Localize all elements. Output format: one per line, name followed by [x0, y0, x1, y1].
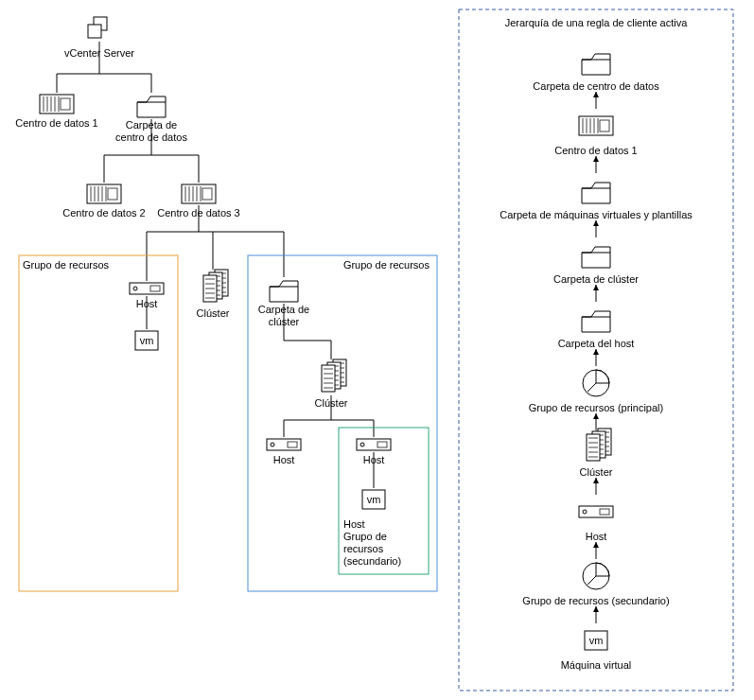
vcenter-icon	[88, 17, 107, 38]
svg-text:Centro de datos 1: Centro de datos 1	[554, 145, 637, 156]
svg-text:Carpeta de clúster: Carpeta de clúster	[553, 273, 639, 285]
folder-icon	[582, 183, 610, 203]
folder-icon	[270, 281, 298, 302]
svg-text:Grupo de: Grupo de	[343, 531, 387, 542]
svg-rect-154	[579, 506, 613, 517]
svg-text:Host: Host	[273, 454, 295, 465]
svg-text:Máquina virtual: Máquina virtual	[561, 659, 632, 671]
svg-text:Host: Host	[343, 518, 365, 530]
svg-text:Grupo de recursos: Grupo de recursos	[343, 259, 430, 271]
vm-icon: vm	[362, 490, 385, 509]
svg-rect-43	[130, 283, 164, 294]
vm-icon: vm	[585, 631, 607, 650]
datacenter-icon	[87, 184, 121, 203]
svg-text:Carpeta del host: Carpeta del host	[558, 338, 635, 349]
svg-text:Clúster: Clúster	[197, 307, 230, 319]
datacenter-icon	[182, 184, 216, 203]
svg-text:Jerarquía de una regla de clie: Jerarquía de una regla de cliente activa	[505, 17, 689, 28]
resource-pool-icon	[583, 370, 609, 396]
svg-text:Carpeta de máquinas virtuales : Carpeta de máquinas virtuales y plantill…	[500, 209, 693, 220]
svg-text:vm: vm	[589, 635, 604, 646]
vm-icon: vm	[135, 331, 158, 350]
cluster-icon	[322, 359, 346, 392]
svg-text:Grupo de recursos: Grupo de recursos	[23, 259, 110, 271]
svg-rect-22	[87, 184, 121, 203]
svg-rect-102	[357, 439, 391, 450]
host-icon	[267, 439, 301, 450]
host-icon	[357, 439, 391, 450]
cluster-icon	[203, 270, 228, 302]
svg-text:vm: vm	[367, 494, 381, 505]
folder-icon	[582, 247, 610, 268]
svg-text:(secundario): (secundario)	[343, 555, 401, 567]
folder-icon	[137, 96, 166, 117]
svg-text:Centro de datos 2: Centro de datos 2	[62, 207, 145, 219]
svg-text:vm: vm	[140, 335, 154, 346]
folder-icon	[582, 54, 610, 75]
datacenter-icon	[579, 116, 613, 135]
svg-text:Grupo de recursos (principal): Grupo de recursos (principal)	[529, 402, 663, 413]
svg-rect-98	[267, 439, 301, 450]
svg-text:recursos: recursos	[343, 543, 384, 554]
svg-rect-1	[88, 25, 101, 38]
svg-rect-118	[579, 116, 613, 135]
svg-text:Grupo de recursos (secundario): Grupo de recursos (secundario)	[522, 595, 669, 606]
host-icon	[130, 283, 164, 294]
resource-pool-icon	[583, 563, 609, 589]
folder-icon	[582, 311, 610, 332]
svg-rect-30	[182, 184, 216, 203]
svg-text:Host: Host	[586, 531, 607, 542]
svg-rect-7	[40, 95, 74, 114]
datacenter-icon	[40, 95, 74, 114]
host-icon	[579, 506, 613, 517]
svg-text:Carpeta de centro de datos: Carpeta de centro de datos	[533, 80, 659, 92]
svg-text:Clúster: Clúster	[580, 466, 613, 478]
svg-text:Centro de datos 1: Centro de datos 1	[15, 117, 97, 129]
cluster-icon	[587, 429, 611, 461]
